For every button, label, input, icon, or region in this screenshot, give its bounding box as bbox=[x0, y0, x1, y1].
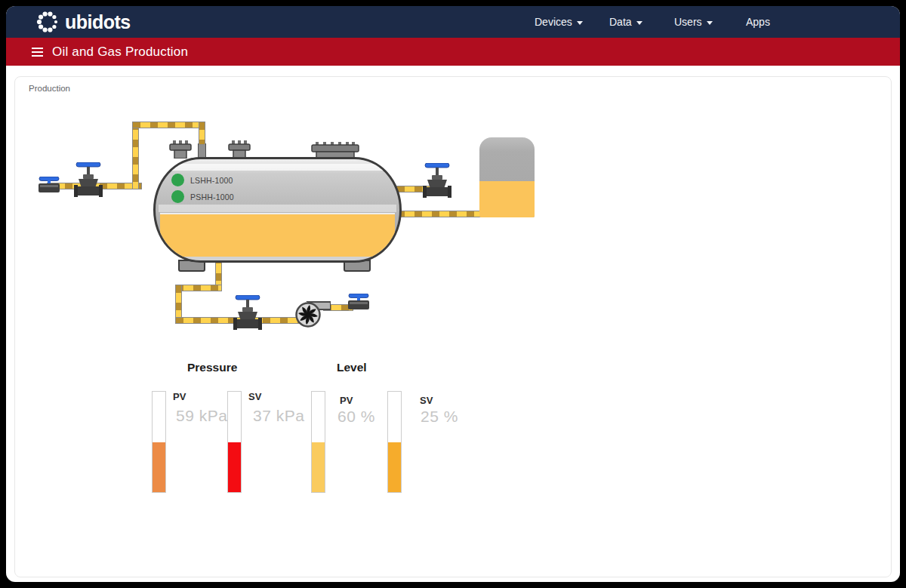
top-navbar: ubidots Devices Data Users Apps bbox=[6, 6, 900, 38]
gauge-pressure-sv-value: 37 kPa bbox=[253, 407, 304, 425]
tank-liquid bbox=[160, 213, 395, 257]
app-window: ubidots Devices Data Users Apps Oil and … bbox=[6, 6, 900, 582]
gauge-fill bbox=[228, 442, 241, 493]
gauge-level-sv-value: 25 % bbox=[421, 408, 458, 426]
hamburger-menu-icon[interactable] bbox=[32, 51, 43, 53]
led-label-lshh: LSHH-1000 bbox=[190, 176, 233, 185]
gauge-fill bbox=[312, 442, 325, 493]
ubidots-logo[interactable]: ubidots bbox=[35, 6, 131, 38]
tank-manway-icon bbox=[311, 142, 359, 159]
nav-apps[interactable]: Apps bbox=[746, 6, 770, 38]
status-led-lshh bbox=[171, 174, 184, 186]
dots-logo-icon bbox=[35, 9, 60, 35]
gauge-pressure-pv-label: PV bbox=[173, 391, 186, 402]
caret-down-icon bbox=[707, 21, 713, 25]
nav-users[interactable]: Users bbox=[674, 6, 713, 38]
ball-valve-inlet-icon bbox=[38, 177, 60, 196]
gauge-pressure-pv-value: 59 kPa bbox=[176, 407, 227, 425]
gauge-pressure-pv bbox=[152, 391, 166, 493]
gauge-level-pv bbox=[311, 391, 325, 493]
tank-nozzle-icon bbox=[169, 140, 192, 159]
storage-tank-liquid bbox=[479, 181, 535, 217]
pipe-to-storage bbox=[396, 211, 483, 217]
gate-valve-outlet-icon bbox=[423, 163, 451, 199]
gauge-fill bbox=[388, 442, 401, 493]
gauge-level-pv-value: 60 % bbox=[337, 408, 375, 426]
dashboard-title: Oil and Gas Production bbox=[52, 45, 188, 60]
storage-tank bbox=[479, 137, 535, 217]
gauge-level-sv-label: SV bbox=[420, 395, 433, 406]
caret-down-icon bbox=[577, 21, 583, 25]
nav-devices[interactable]: Devices bbox=[535, 6, 583, 38]
widget-card bbox=[14, 76, 892, 577]
dashboard-titlebar: Oil and Gas Production bbox=[6, 38, 900, 66]
gate-valve-drain-icon bbox=[233, 295, 262, 331]
pipe-riser-left bbox=[132, 122, 139, 189]
nav-data[interactable]: Data bbox=[609, 6, 643, 38]
led-label-pshh: PSHH-1000 bbox=[190, 192, 234, 202]
tank-nozzle-icon bbox=[228, 140, 251, 159]
tank-divider bbox=[159, 205, 396, 212]
pipe-top-run bbox=[132, 122, 205, 128]
gauge-pressure-sv-label: SV bbox=[248, 391, 261, 402]
nav-apps-label: Apps bbox=[746, 16, 770, 28]
gauge-level-pv-label: PV bbox=[340, 395, 353, 406]
separator-tank: LSHH-1000 PSHH-1000 bbox=[153, 157, 402, 263]
brand-name: ubidots bbox=[65, 11, 131, 33]
caret-down-icon bbox=[636, 21, 643, 25]
status-led-pshh bbox=[171, 190, 184, 203]
gauge-level-sv bbox=[387, 391, 402, 493]
nav-data-label: Data bbox=[609, 16, 632, 28]
ball-valve-outlet-icon bbox=[347, 294, 370, 313]
nav-users-label: Users bbox=[674, 16, 702, 28]
gauge-pressure-sv bbox=[227, 391, 242, 493]
nav-devices-label: Devices bbox=[535, 16, 572, 28]
pump-icon bbox=[294, 300, 331, 331]
tank-highlight bbox=[165, 164, 390, 171]
gate-valve-inlet-icon bbox=[74, 162, 103, 199]
tank-inlet-stub bbox=[198, 143, 206, 159]
pipe-drain-elbow bbox=[175, 285, 222, 291]
pressure-section-title: Pressure bbox=[187, 361, 237, 374]
gauge-fill bbox=[153, 442, 165, 493]
pipe-tank-drop bbox=[199, 122, 205, 145]
widget-title: Production bbox=[29, 84, 70, 93]
level-section-title: Level bbox=[337, 361, 367, 374]
